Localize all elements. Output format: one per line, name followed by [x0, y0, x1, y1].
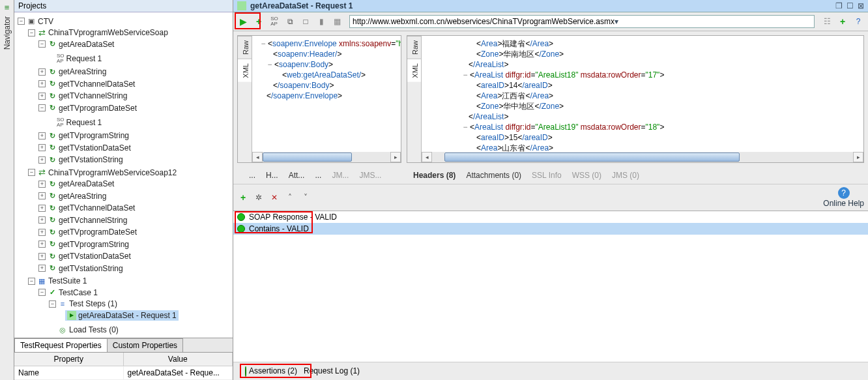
help-icon[interactable]: ? — [838, 187, 850, 199]
assertion-row[interactable]: Contains - VALID — [233, 223, 868, 235]
remove-assertion-button[interactable]: ✕ — [268, 192, 280, 203]
expand-icon[interactable]: + — [38, 205, 46, 212]
operation-node[interactable]: getTVprogramString — [59, 240, 129, 249]
tab-assertions[interactable]: Assertions (2) — [245, 366, 297, 376]
operation-node[interactable]: getTVchannelString — [59, 91, 127, 100]
tab-jms-h[interactable]: JM... — [332, 171, 349, 180]
tab-raw[interactable]: Raw — [407, 36, 421, 59]
request-xml[interactable]: −<soapenv:Envelope xmlns:soapenv="htt <s… — [252, 36, 401, 152]
maximize-icon[interactable]: ☐ — [846, 1, 854, 10]
soap-button[interactable]: SOAP — [268, 16, 280, 27]
interface-node[interactable]: ChinaTVprogramWebServiceSoap — [48, 28, 168, 37]
testcase-node[interactable]: TestCase 1 — [59, 288, 98, 297]
run-button[interactable]: ▶ — [237, 16, 249, 27]
up-button[interactable]: ˄ — [284, 192, 296, 203]
tab-headers[interactable]: H... — [266, 171, 278, 180]
operation-node[interactable]: getAreaString — [59, 67, 106, 76]
expand-icon[interactable]: + — [38, 156, 46, 164]
add-assertion-button[interactable]: + — [237, 192, 249, 203]
operation-node[interactable]: getAreaDataSet — [59, 179, 114, 188]
operation-node[interactable]: getTVstationDataSet — [59, 252, 131, 261]
config-assertion-button[interactable]: ✲ — [253, 192, 265, 203]
expand-icon[interactable]: + — [38, 241, 46, 248]
collapse-icon[interactable]: − — [18, 18, 25, 25]
tab-xml[interactable]: XML — [407, 59, 421, 82]
operation-node[interactable]: getTVchannelDataSet — [59, 203, 135, 212]
operation-icon: ↻ — [48, 67, 57, 76]
help-button[interactable]: ? — [852, 16, 864, 27]
tab-raw[interactable]: Raw — [238, 36, 252, 59]
down-button[interactable]: ˅ — [300, 192, 311, 203]
resp-scrollbar[interactable]: ◂▸ — [422, 152, 863, 162]
operation-node[interactable]: getAreaString — [59, 192, 106, 201]
expand-icon[interactable]: + — [38, 132, 46, 139]
steps-node[interactable]: Test Steps (1) — [69, 299, 117, 308]
operation-node[interactable]: getTVchannelDataSet — [59, 80, 135, 89]
operation-node[interactable]: getTVprogramDateSet — [59, 227, 137, 237]
operation-node[interactable]: getTVstationDataSet — [59, 143, 131, 153]
tab-custom-properties[interactable]: Custom Properties — [107, 338, 183, 352]
request-node[interactable]: Request 1 — [66, 118, 102, 127]
operation-node[interactable]: getTVprogramString — [59, 131, 129, 140]
stop-button[interactable]: □ — [300, 16, 311, 27]
tab-wsa[interactable]: ... — [315, 171, 321, 180]
expand-icon[interactable]: + — [38, 192, 46, 199]
attach-button[interactable]: ⧉ — [284, 16, 296, 27]
collapse-icon[interactable]: − — [28, 29, 35, 37]
endpoint-url[interactable]: http://www.webxml.com.cn/webservices/Chi… — [349, 15, 815, 28]
tab-xml[interactable]: XML — [238, 59, 252, 82]
tab-resp-attachments[interactable]: Attachments (0) — [466, 171, 521, 180]
expand-icon[interactable]: + — [38, 216, 46, 224]
add2-button[interactable]: + — [837, 16, 848, 27]
operation-node[interactable]: getTVstationString — [59, 264, 123, 273]
prop-name-value[interactable]: getAreaDataSet - Reque... — [124, 366, 233, 379]
project-tree[interactable]: −▣CTV −⇄ChinaTVprogramWebServiceSoap −↻g… — [14, 12, 233, 338]
tab-testrequest-properties[interactable]: TestRequest Properties — [14, 338, 108, 352]
close-icon[interactable]: ⊠ — [858, 1, 864, 10]
suite-node[interactable]: TestSuite 1 — [48, 276, 87, 285]
user-button[interactable]: ▮ — [315, 16, 327, 27]
restore-icon[interactable]: ❐ — [835, 1, 843, 10]
tab-jms-p[interactable]: JMS... — [359, 171, 381, 180]
operation-node[interactable]: getTVstationString — [59, 155, 123, 164]
collapse-icon[interactable]: − — [38, 289, 46, 296]
expand-icon[interactable]: + — [38, 265, 46, 272]
expand-icon[interactable]: + — [38, 68, 46, 76]
help-label[interactable]: Online Help — [823, 199, 864, 208]
tab-auth[interactable]: ... — [249, 171, 255, 180]
collapse-icon[interactable]: − — [28, 169, 35, 176]
navigator-tab[interactable]: ≡ Navigator — [0, 0, 14, 380]
wss-button[interactable]: ▦ — [331, 16, 343, 27]
expand-icon[interactable]: + — [38, 181, 46, 188]
project-node[interactable]: CTV — [38, 17, 53, 26]
response-xml[interactable]: <Area>福建省</Area> <Zone>华南地区</Zone> </Are… — [422, 36, 863, 152]
tab-request-log[interactable]: Request Log (1) — [304, 366, 360, 376]
folder-icon: ▣ — [27, 17, 36, 26]
req-scrollbar[interactable]: ◂▸ — [252, 152, 401, 162]
collapse-icon[interactable]: − — [38, 104, 46, 111]
assertion-row[interactable]: SOAP Response - VALID — [233, 211, 868, 223]
operation-node[interactable]: getAreaDataSet — [59, 40, 114, 49]
operation-node[interactable]: getTVchannelString — [59, 216, 127, 225]
collapse-icon[interactable]: − — [49, 300, 56, 308]
expand-icon[interactable]: + — [38, 93, 46, 100]
loadtest-node[interactable]: Load Tests (0) — [69, 325, 119, 334]
operation-node[interactable]: getTVprogramDateSet — [59, 104, 137, 113]
expand-icon[interactable]: + — [38, 229, 46, 236]
collapse-icon[interactable]: − — [28, 278, 35, 285]
collapse-icon[interactable]: − — [38, 40, 46, 48]
add-button[interactable]: + — [253, 16, 265, 27]
interface-node[interactable]: ChinaTVprogramWebServiceSoap12 — [48, 168, 177, 177]
operation-icon: ↻ — [48, 240, 57, 249]
expand-icon[interactable]: + — [38, 144, 46, 151]
tab-wss[interactable]: WSS (0) — [572, 171, 601, 180]
teststep-node[interactable]: ▶getAreaDataSet - Request 1 — [65, 310, 179, 321]
config-button[interactable]: ☷ — [821, 16, 833, 27]
request-node[interactable]: Request 1 — [66, 54, 102, 63]
tab-jms[interactable]: JMS (0) — [612, 171, 639, 180]
tab-resp-headers[interactable]: Headers (8) — [413, 171, 456, 180]
tab-ssl[interactable]: SSL Info — [532, 171, 562, 180]
expand-icon[interactable]: + — [38, 80, 46, 87]
expand-icon[interactable]: + — [38, 253, 46, 260]
tab-attachments[interactable]: Att... — [289, 171, 305, 180]
